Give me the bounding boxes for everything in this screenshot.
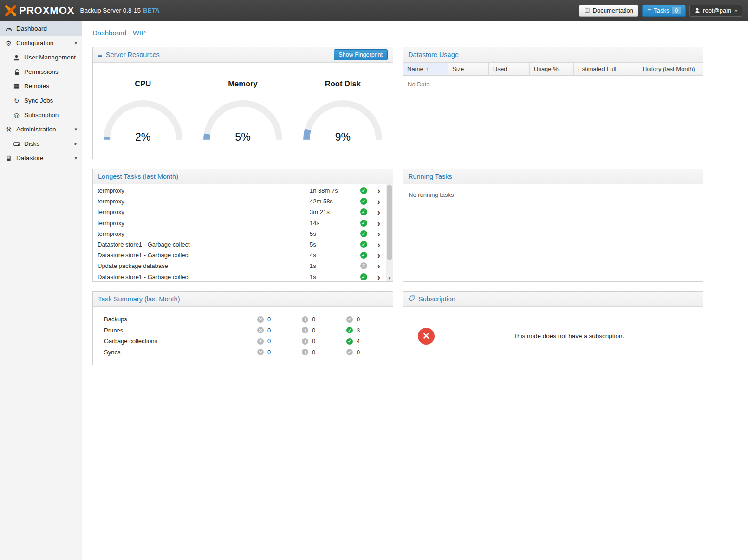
task-name: termproxy [93,220,310,227]
task-open-chevron-icon[interactable]: › [372,240,386,249]
sidebar-item-permissions[interactable]: Permissions [0,65,82,79]
warning-count: 0 [312,349,315,356]
sidebar-item-dashboard[interactable]: Dashboard [0,21,82,36]
tachometer-icon [5,26,13,32]
ok-icon: ✓ [346,316,353,323]
column-header-history[interactable]: History (last Month) [638,63,703,75]
column-header-estimated-full[interactable]: Estimated Full [574,63,638,75]
vertical-scrollbar[interactable]: ▼ [386,184,393,281]
task-row[interactable]: termproxy 14s ✓ › [93,218,386,228]
column-header-name[interactable]: Name ↑ [403,63,448,75]
expander-open-icon[interactable]: ▾ [74,40,77,46]
panel-title: Longest Tasks (last Month) [98,173,178,180]
task-row[interactable]: Datastore store1 - Garbage collect 1s ✓ … [93,272,386,282]
task-row[interactable]: Datastore store1 - Garbage collect 4s ✓ … [93,250,386,260]
summary-row-prunes[interactable]: Prunes ✕0 !0 ✓3 [104,325,393,336]
task-open-chevron-icon[interactable]: › [372,261,386,270]
sidebar-item-datastore[interactable]: Datastore ▾ [0,151,82,165]
task-duration: 4s [310,252,355,259]
task-row[interactable]: termproxy 42m 58s ✓ › [93,196,386,207]
task-row[interactable]: termproxy 5s ✓ › [93,228,386,239]
panel-title: Task Summary (last Month) [98,295,180,303]
hdd-icon [13,141,20,147]
task-row[interactable]: termproxy 3m 21s ✓ › [93,207,386,217]
page-title: Dashboard - WIP [82,21,748,39]
sidebar-item-configuration[interactable]: ⚙ Configuration ▾ [0,36,82,50]
proxmox-logo[interactable]: PROXMOX [5,5,74,17]
ok-count: 3 [357,327,360,334]
error-icon: ✕ [257,349,264,355]
error-count: 0 [267,316,271,323]
task-name: Update package database [93,262,310,269]
no-running-tasks-text: No running tasks [403,184,703,205]
sidebar-item-administration[interactable]: ⚒ Administration ▾ [0,122,82,137]
tasks-button[interactable]: ≡ Tasks 0 [642,5,686,17]
user-menu-button[interactable]: root@pam ▾ [689,5,742,17]
show-fingerprint-button[interactable]: Show Fingerprint [334,49,388,60]
tasks-count-badge: 0 [672,7,681,14]
task-duration: 42m 58s [310,198,355,205]
summary-row-syncs[interactable]: Syncs ✕0 !0 ✓0 [104,347,393,358]
scroll-down-icon[interactable]: ▼ [386,276,393,280]
task-status-icon: ✓ [360,241,367,248]
gauge-label: Memory [193,79,293,88]
book-icon [584,7,590,13]
expander-open-icon[interactable]: ▾ [74,155,77,161]
task-open-chevron-icon[interactable]: › [372,186,386,195]
life-ring-icon: ◎ [13,112,20,118]
gauge-label: Root Disk [293,79,393,88]
error-icon: ✕ [257,338,264,345]
panel-title: Subscription [418,295,455,303]
error-count: 0 [267,349,271,356]
task-open-chevron-icon[interactable]: › [372,208,386,216]
task-open-chevron-icon[interactable]: › [372,229,386,238]
sidebar-item-label: Permissions [24,68,59,75]
task-duration: 1h 38m 7s [310,187,355,194]
task-row[interactable]: Datastore store1 - Garbage collect 5s ✓ … [93,239,386,250]
task-summary-panel: Task Summary (last Month) Backups ✕0 !0 … [92,291,393,365]
task-name: termproxy [93,230,310,237]
bars-icon: ≡ [98,52,102,59]
summary-row-garbage-collections[interactable]: Garbage collections ✕0 !0 ✓4 [104,336,393,347]
warning-count: 0 [312,338,315,345]
column-label: Size [452,65,464,72]
task-status-icon: ✓ [360,252,367,259]
panel-title: Datastore Usage [408,51,459,59]
error-icon: ✕ [257,327,264,333]
summary-label: Garbage collections [104,338,257,345]
task-open-chevron-icon[interactable]: › [372,273,386,281]
datastore-table-header: Name ↑ Size Used Usage % Estimated Full … [403,63,703,76]
user-icon [695,7,700,13]
task-status-icon: ? [360,262,367,269]
sidebar-item-remotes[interactable]: Remotes [0,79,82,93]
sidebar-item-subscription[interactable]: ◎ Subscription [0,108,82,122]
task-row[interactable]: Update package database 1s ? › [93,260,386,271]
warning-icon: ! [302,316,308,323]
expander-closed-icon[interactable]: ▸ [74,141,77,147]
gauge-value: 9% [299,131,387,143]
task-open-chevron-icon[interactable]: › [372,219,386,228]
column-header-used[interactable]: Used [489,63,530,75]
beta-link[interactable]: BETA [143,7,160,14]
sidebar-item-disks[interactable]: Disks ▸ [0,137,82,151]
subscription-panel: Subscription ✕ This node does not have a… [403,291,703,365]
warning-icon: ! [302,349,308,355]
task-name: Datastore store1 - Garbage collect [93,241,310,248]
column-header-usage-pct[interactable]: Usage % [530,63,574,75]
task-row[interactable]: termproxy 1h 38m 7s ✓ › [93,185,386,196]
ok-icon: ✓ [346,327,353,333]
expander-open-icon[interactable]: ▾ [74,126,77,132]
column-header-size[interactable]: Size [448,63,489,75]
sidebar-item-user-management[interactable]: User Management [0,50,82,65]
task-open-chevron-icon[interactable]: › [372,197,386,206]
sidebar-item-sync-jobs[interactable]: ↻ Sync Jobs [0,93,82,108]
task-status-icon: ✓ [360,273,367,280]
scrollbar-thumb[interactable] [387,185,392,260]
task-open-chevron-icon[interactable]: › [372,251,386,260]
task-duration: 3m 21s [310,208,355,215]
task-duration: 14s [310,220,355,227]
documentation-button[interactable]: Documentation [579,5,638,17]
task-list-icon: ≡ [647,7,651,14]
summary-row-backups[interactable]: Backups ✕0 !0 ✓0 [104,314,393,325]
task-status-icon: ✓ [360,187,367,194]
